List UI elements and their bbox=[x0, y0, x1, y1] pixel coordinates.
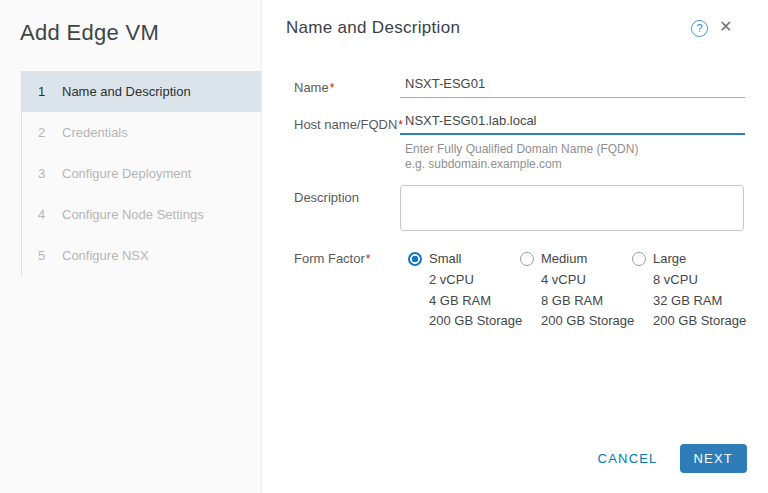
wizard-step-configure-nsx[interactable]: 5 Configure NSX bbox=[22, 235, 261, 276]
form-factor-field-label: Form Factor* bbox=[294, 251, 370, 266]
spec-ram: 8 GB RAM bbox=[541, 291, 634, 312]
wizard-step-name-and-description[interactable]: 1 Name and Description bbox=[22, 71, 261, 112]
wizard-step-list: 1 Name and Description 2 Credentials 3 C… bbox=[21, 71, 261, 276]
radio-unselected-icon[interactable] bbox=[632, 252, 646, 266]
option-specs: 4 vCPU 8 GB RAM 200 GB Storage bbox=[541, 270, 634, 332]
step-number: 2 bbox=[38, 125, 62, 140]
form-factor-option-medium: Medium 4 vCPU 8 GB RAM 200 GB Storage bbox=[520, 251, 634, 332]
form-factor-radio-large[interactable]: Large bbox=[632, 251, 746, 266]
hostname-helper-line2: e.g. subdomain.example.com bbox=[405, 157, 562, 171]
description-textarea[interactable] bbox=[400, 185, 744, 231]
close-icon[interactable]: ✕ bbox=[719, 17, 732, 37]
spec-storage: 200 GB Storage bbox=[653, 311, 746, 332]
description-field-label: Description bbox=[294, 190, 359, 205]
spec-storage: 200 GB Storage bbox=[429, 311, 522, 332]
help-icon[interactable]: ? bbox=[691, 20, 708, 37]
step-content-panel: Name and Description ? ✕ Name* Host name… bbox=[262, 0, 768, 493]
spec-cpu: 8 vCPU bbox=[653, 270, 746, 291]
name-input[interactable] bbox=[400, 74, 745, 98]
name-field-label: Name* bbox=[294, 80, 334, 95]
spec-cpu: 4 vCPU bbox=[541, 270, 634, 291]
step-label: Credentials bbox=[62, 125, 128, 140]
spec-ram: 4 GB RAM bbox=[429, 291, 522, 312]
radio-selected-icon[interactable] bbox=[408, 252, 422, 266]
hostname-field-label: Host name/FQDN* bbox=[294, 117, 403, 132]
wizard-footer: CANCEL NEXT bbox=[598, 444, 747, 473]
step-label: Name and Description bbox=[62, 84, 191, 99]
step-label: Configure Deployment bbox=[62, 166, 191, 181]
hostname-input[interactable] bbox=[400, 111, 745, 135]
hostname-helper-line1: Enter Fully Qualified Domain Name (FQDN) bbox=[405, 142, 638, 156]
cancel-button[interactable]: CANCEL bbox=[598, 451, 658, 466]
form-factor-option-small: Small 2 vCPU 4 GB RAM 200 GB Storage bbox=[408, 251, 522, 332]
wizard-step-configure-deployment[interactable]: 3 Configure Deployment bbox=[22, 153, 261, 194]
spec-ram: 32 GB RAM bbox=[653, 291, 746, 312]
form-factor-radio-medium[interactable]: Medium bbox=[520, 251, 634, 266]
spec-cpu: 2 vCPU bbox=[429, 270, 522, 291]
wizard-step-credentials[interactable]: 2 Credentials bbox=[22, 112, 261, 153]
required-asterisk: * bbox=[330, 81, 335, 95]
step-number: 1 bbox=[38, 84, 62, 99]
step-title: Name and Description bbox=[286, 18, 460, 38]
radio-label: Large bbox=[653, 251, 686, 266]
add-edge-vm-dialog: Add Edge VM 1 Name and Description 2 Cre… bbox=[0, 0, 768, 493]
required-asterisk: * bbox=[366, 252, 371, 266]
step-number: 5 bbox=[38, 248, 62, 263]
option-specs: 8 vCPU 32 GB RAM 200 GB Storage bbox=[653, 270, 746, 332]
wizard-sidebar: Add Edge VM 1 Name and Description 2 Cre… bbox=[0, 0, 262, 493]
radio-unselected-icon[interactable] bbox=[520, 252, 534, 266]
wizard-step-configure-node-settings[interactable]: 4 Configure Node Settings bbox=[22, 194, 261, 235]
radio-label: Small bbox=[429, 251, 462, 266]
form-factor-radio-small[interactable]: Small bbox=[408, 251, 522, 266]
step-number: 3 bbox=[38, 166, 62, 181]
form-factor-option-large: Large 8 vCPU 32 GB RAM 200 GB Storage bbox=[632, 251, 746, 332]
option-specs: 2 vCPU 4 GB RAM 200 GB Storage bbox=[429, 270, 522, 332]
step-label: Configure Node Settings bbox=[62, 207, 204, 222]
step-label: Configure NSX bbox=[62, 248, 149, 263]
spec-storage: 200 GB Storage bbox=[541, 311, 634, 332]
next-button[interactable]: NEXT bbox=[680, 444, 747, 473]
radio-label: Medium bbox=[541, 251, 587, 266]
dialog-title: Add Edge VM bbox=[20, 20, 159, 46]
step-number: 4 bbox=[38, 207, 62, 222]
